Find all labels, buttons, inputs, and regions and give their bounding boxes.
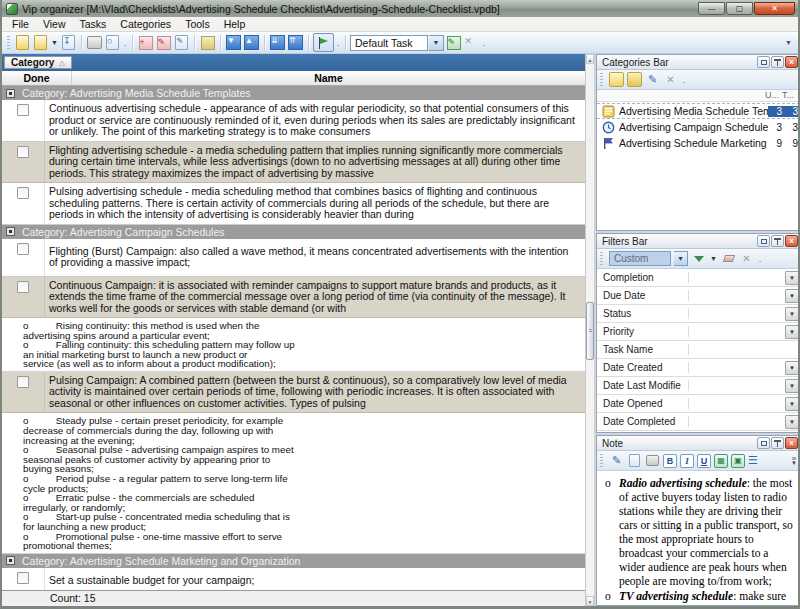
filter-dropdown-icon[interactable]: ▼ <box>785 307 798 321</box>
filter-dropdown-icon[interactable]: ▼ <box>785 325 798 339</box>
new-task-icon[interactable] <box>34 35 47 50</box>
apply-filter-icon[interactable] <box>694 256 704 262</box>
menu-tools[interactable]: Tools <box>178 18 217 30</box>
menu-view[interactable]: View <box>36 18 73 30</box>
panel-pin-icon[interactable] <box>771 56 784 68</box>
task-row[interactable]: Continuous advertising schedule - appear… <box>2 100 585 142</box>
task-checkbox[interactable] <box>17 104 29 116</box>
task-row[interactable]: Flighting (Burst) Campaign: also called … <box>2 239 585 277</box>
column-uncompleted[interactable]: U... <box>765 90 782 101</box>
toolbar-grip[interactable] <box>7 36 10 50</box>
move-down-icon[interactable]: ⇊ <box>270 35 285 50</box>
category-row[interactable]: Category: Advertising Schedule Marketing… <box>2 554 585 568</box>
filter-value-field[interactable] <box>689 341 798 358</box>
underline-icon[interactable]: U <box>697 454 711 468</box>
filter-preset-combobox[interactable]: Custom <box>609 251 671 266</box>
task-row[interactable]: Continuous Campaign: it is associated wi… <box>2 277 585 319</box>
category-row[interactable]: Category: Advertising Campaign Schedules <box>2 225 585 239</box>
column-header-name[interactable]: Name <box>72 71 585 85</box>
highlight-icon[interactable] <box>201 36 215 50</box>
filter-value-field[interactable] <box>689 287 785 304</box>
filter-dropdown-icon[interactable]: ▼ <box>785 379 798 393</box>
filter-value-field[interactable] <box>689 269 785 286</box>
bold-icon[interactable]: B <box>663 454 677 468</box>
add-category-icon[interactable] <box>609 72 624 87</box>
delete-category-icon[interactable]: ✕ <box>663 72 678 87</box>
toolbar-overflow-button[interactable]: . <box>481 38 487 48</box>
column-total[interactable]: T... <box>782 90 798 101</box>
insert-image-icon[interactable]: ▦ <box>714 454 728 468</box>
toolbar-more-icon[interactable]: »▼ <box>791 456 797 466</box>
task-checkbox[interactable] <box>17 281 29 293</box>
flag-filter-button[interactable] <box>313 33 334 52</box>
filter-preset-dropdown-icon[interactable]: ▼ <box>674 251 688 266</box>
task-note-row[interactable]: o Steady pulse - certain preset periodic… <box>2 413 585 553</box>
task-row[interactable]: Set a sustainable budget for your campai… <box>2 568 585 590</box>
category-tree-item[interactable]: Advertising Schedule Marketing and Organ… <box>597 135 798 151</box>
delete-filter-icon[interactable]: ✕ <box>739 251 754 266</box>
clear-filter-icon[interactable] <box>722 255 734 262</box>
filter-value-field[interactable] <box>689 359 785 376</box>
complete-task-icon[interactable]: ▼ <box>226 35 241 50</box>
task-checkbox[interactable] <box>17 572 29 584</box>
filter-dropdown-icon[interactable]: ▼ <box>785 397 798 411</box>
note-content[interactable]: o Radio advertising schedule: the most o… <box>597 471 798 605</box>
task-type-combobox[interactable]: Default Task <box>350 35 428 51</box>
filter-value-field[interactable] <box>689 323 785 340</box>
panel-restore-icon[interactable] <box>757 56 770 68</box>
task-row[interactable]: Pulsing advertising schedule - media sch… <box>2 183 585 225</box>
panel-close-icon[interactable]: x <box>785 235 798 247</box>
collapse-icon[interactable] <box>6 89 15 98</box>
print-icon[interactable] <box>87 36 102 49</box>
scroll-down-icon[interactable]: ▼ <box>586 596 594 606</box>
task-checkbox[interactable] <box>17 243 29 255</box>
collapse-icon[interactable] <box>6 227 15 236</box>
assign-icon[interactable]: ✎ <box>447 36 461 50</box>
add-category-icon[interactable]: + <box>139 36 153 50</box>
filter-dropdown-icon[interactable]: ▼ <box>785 271 798 285</box>
insert-table-icon[interactable]: ▣ <box>731 454 745 468</box>
edit-task-icon[interactable]: ✎ <box>157 36 171 50</box>
panel-close-icon[interactable]: x <box>785 56 798 68</box>
menu-tasks[interactable]: Tasks <box>73 18 114 30</box>
toolbar-grip[interactable] <box>600 73 603 87</box>
task-checkbox[interactable] <box>17 187 29 199</box>
filter-value-field[interactable] <box>689 413 785 430</box>
print-preview-icon[interactable]: ○ <box>106 35 119 50</box>
panel-pin-icon[interactable] <box>771 437 784 449</box>
toolbar-overflow-button[interactable]: . <box>122 38 128 48</box>
close-button[interactable]: ✕ <box>754 2 795 15</box>
uncomplete-task-icon[interactable]: ▲ <box>244 35 259 50</box>
task-row[interactable]: Pulsing Campaign: A combined pattern (be… <box>2 372 585 414</box>
filter-options-icon[interactable]: ▼ <box>709 255 718 262</box>
scroll-up-icon[interactable]: ▲ <box>586 54 594 64</box>
add-subcategory-icon[interactable] <box>627 72 642 87</box>
task-note-row[interactable]: o Rising continuity: this method is used… <box>2 318 585 372</box>
panel-restore-icon[interactable] <box>757 437 770 449</box>
edit-note-icon[interactable]: ✎ <box>609 453 624 468</box>
clear-icon[interactable]: ✕ <box>465 36 479 50</box>
category-tree-item[interactable]: Advertising Media Schedule Templates 3 3 <box>597 103 798 119</box>
edit-category-icon[interactable]: ✎ <box>645 72 660 87</box>
panel-pin-icon[interactable] <box>771 235 784 247</box>
notes-icon[interactable]: ✎ <box>175 35 188 50</box>
scrollbar-thumb[interactable] <box>586 302 594 360</box>
panel-restore-icon[interactable] <box>757 235 770 247</box>
save-task-icon[interactable]: ↧ <box>62 35 75 50</box>
toolbar-overflow-button[interactable]: . <box>335 38 341 48</box>
collapse-icon[interactable] <box>6 556 15 565</box>
task-checkbox[interactable] <box>17 146 29 158</box>
italic-icon[interactable]: I <box>680 454 694 468</box>
task-type-dropdown-icon[interactable]: ▼ <box>429 35 444 51</box>
column-header-done[interactable]: Done <box>2 71 72 85</box>
export-note-icon[interactable] <box>629 454 640 467</box>
move-up-icon[interactable]: ⇈ <box>288 35 303 50</box>
filter-dropdown-icon[interactable]: ▼ <box>785 289 798 303</box>
filter-dropdown-icon[interactable]: ▼ <box>785 415 798 429</box>
bullet-list-icon[interactable]: ☰ <box>748 454 758 467</box>
toolbar-grip[interactable] <box>600 252 603 266</box>
filter-dropdown-icon[interactable]: ▼ <box>785 361 798 375</box>
task-row[interactable]: Flighting advertising schedule - a media… <box>2 142 585 184</box>
new-note-icon[interactable] <box>16 35 29 50</box>
toolbar-options-icon[interactable]: ▼ <box>785 39 794 46</box>
